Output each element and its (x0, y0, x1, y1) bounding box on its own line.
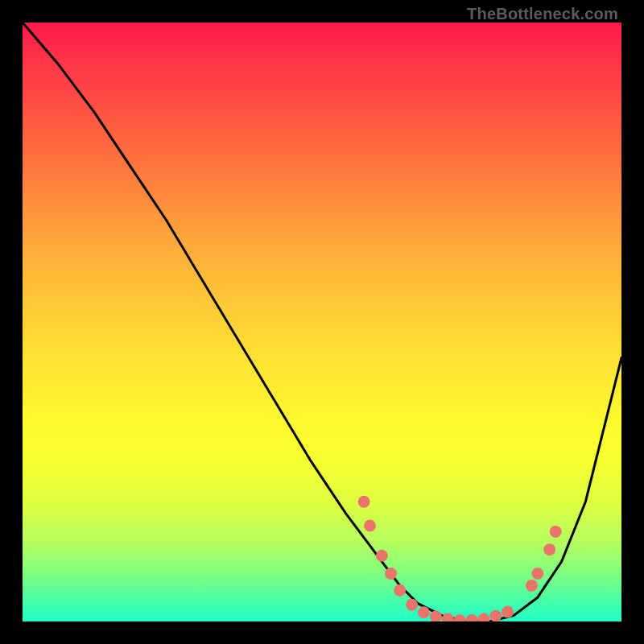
curve-marker (385, 568, 397, 580)
curve-marker (358, 496, 370, 508)
curve-marker (550, 526, 562, 538)
chart-frame (23, 23, 621, 621)
curve-marker (376, 550, 388, 562)
curve-marker (543, 543, 555, 555)
curve-marker (526, 580, 538, 592)
curve-marker (477, 613, 489, 622)
curve-marker (394, 584, 406, 597)
curve-marker (364, 520, 376, 532)
curve-marker (454, 614, 466, 621)
curve-marker (466, 614, 478, 621)
curve-marker (406, 599, 418, 611)
plot-area (23, 23, 621, 621)
curve-marker (489, 610, 502, 621)
bottleneck-curve-path (23, 23, 621, 621)
chart-svg (23, 23, 621, 621)
curve-marker (502, 606, 514, 618)
curve-marker (442, 613, 454, 622)
curve-marker (418, 606, 430, 618)
curve-line (23, 23, 621, 621)
curve-marker (430, 611, 442, 622)
curve-marker (531, 568, 543, 580)
attribution-label: TheBottleneck.com (467, 5, 618, 23)
